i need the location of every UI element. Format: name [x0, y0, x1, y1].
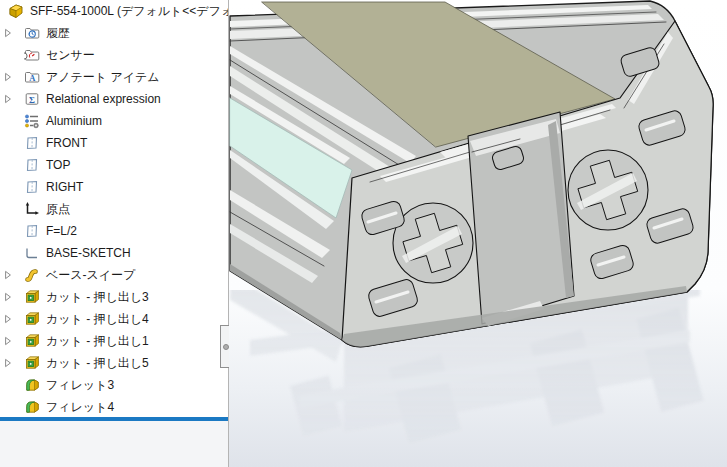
part-name-label: SFF-554-1000L (デフォルト<<デフォルト>_表 [30, 4, 229, 19]
fillet-icon [24, 399, 40, 415]
tree-item-label: Aluminium [46, 114, 102, 129]
tree-item-label: カット - 押し出し3 [46, 290, 149, 305]
tree-item-label: カット - 押し出し1 [46, 334, 149, 349]
tree-item-label: アノテート アイテム [46, 70, 160, 85]
tree-item-plane[interactable]: F=L/2 [0, 220, 228, 242]
tree-item-label: F=L/2 [46, 224, 77, 239]
tree-item-origin[interactable]: 原点 [0, 198, 228, 220]
tree-item-plane[interactable]: RIGHT [0, 176, 228, 198]
annotations-folder-icon: A [24, 69, 40, 85]
expand-arrow-icon[interactable] [2, 356, 14, 370]
sketch-icon [24, 245, 40, 261]
core-bore-left [393, 203, 473, 283]
expand-arrow-icon[interactable] [2, 268, 14, 282]
part-icon [7, 2, 25, 20]
tree-item-label: FRONT [46, 136, 87, 151]
tree-item-annotations-folder[interactable]: Aアノテート アイテム [0, 66, 228, 88]
fillet-icon [24, 377, 40, 393]
center-channel [468, 112, 574, 326]
tree-item-label: RIGHT [46, 180, 83, 195]
tree-item-history-folder[interactable]: 履歴 [0, 22, 228, 44]
tree-item-label: BASE-SKETCH [46, 246, 131, 261]
tree-footer [0, 421, 228, 467]
tree-item-label: フィレット3 [46, 378, 114, 393]
solidworks-window: { "feature_tree": { "part_name": "SFF-55… [0, 0, 727, 467]
tree-item-label: センサー [46, 48, 95, 63]
tree-item-fillet[interactable]: フィレット3 [0, 374, 228, 396]
svg-text:A: A [29, 73, 36, 83]
tree-item-label: 原点 [46, 202, 70, 217]
history-folder-icon [24, 25, 40, 41]
extrusion-model[interactable] [230, 1, 713, 347]
svg-text:Σ: Σ [29, 95, 35, 105]
cut-extrude-icon [24, 311, 40, 327]
cut-extrude-icon [24, 333, 40, 349]
expand-arrow-icon[interactable] [2, 92, 14, 106]
expand-arrow-icon[interactable] [2, 70, 14, 84]
material-icon [24, 113, 40, 129]
tree-item-label: Relational expression [46, 92, 161, 107]
plane-icon [24, 179, 40, 195]
tree-item-sensors-folder[interactable]: センサー [0, 44, 228, 66]
tree-item-label: 履歴 [46, 26, 70, 41]
tree-item-sweep[interactable]: ベース-スイープ [0, 264, 228, 286]
tree-item-cut-extrude[interactable]: カット - 押し出し1 [0, 330, 228, 352]
expand-arrow-icon[interactable] [2, 26, 14, 40]
expand-arrow-icon[interactable] [2, 334, 14, 348]
splitter-grip-icon [223, 344, 229, 350]
origin-icon [24, 201, 40, 217]
tree-item-part-root[interactable]: SFF-554-1000L (デフォルト<<デフォルト>_表 [0, 0, 228, 22]
tree-item-label: TOP [46, 158, 70, 173]
plane-icon [24, 135, 40, 151]
sweep-icon [24, 267, 40, 283]
equations-icon: Σ [24, 91, 40, 107]
cut-extrude-icon [24, 355, 40, 371]
feature-manager-tree[interactable]: SFF-554-1000L (デフォルト<<デフォルト>_表履歴センサーAアノテ… [0, 0, 229, 467]
tree-item-equations[interactable]: ΣRelational expression [0, 88, 228, 110]
sensors-folder-icon [24, 47, 40, 63]
expand-arrow-icon[interactable] [2, 312, 14, 326]
tree-item-cut-extrude[interactable]: カット - 押し出し3 [0, 286, 228, 308]
tree-item-label: カット - 押し出し4 [46, 312, 149, 327]
panel-splitter-handle[interactable] [220, 325, 229, 368]
tree-item-cut-extrude[interactable]: カット - 押し出し4 [0, 308, 228, 330]
plane-icon [24, 223, 40, 239]
plane-icon [24, 157, 40, 173]
tree-item-sketch[interactable]: BASE-SKETCH [0, 242, 228, 264]
tree-item-plane[interactable]: TOP [0, 154, 228, 176]
tree-item-fillet[interactable]: フィレット4 [0, 396, 228, 418]
tree-item-plane[interactable]: FRONT [0, 132, 228, 154]
expand-arrow-icon[interactable] [2, 290, 14, 304]
tree-item-cut-extrude[interactable]: カット - 押し出し5 [0, 352, 228, 374]
tree-item-material[interactable]: Aluminium [0, 110, 228, 132]
tree-item-label: カット - 押し出し5 [46, 356, 149, 371]
core-bore-right [568, 150, 648, 230]
tree-item-label: ベース-スイープ [46, 268, 135, 283]
tree-item-label: フィレット4 [46, 400, 114, 415]
cut-extrude-icon [24, 289, 40, 305]
